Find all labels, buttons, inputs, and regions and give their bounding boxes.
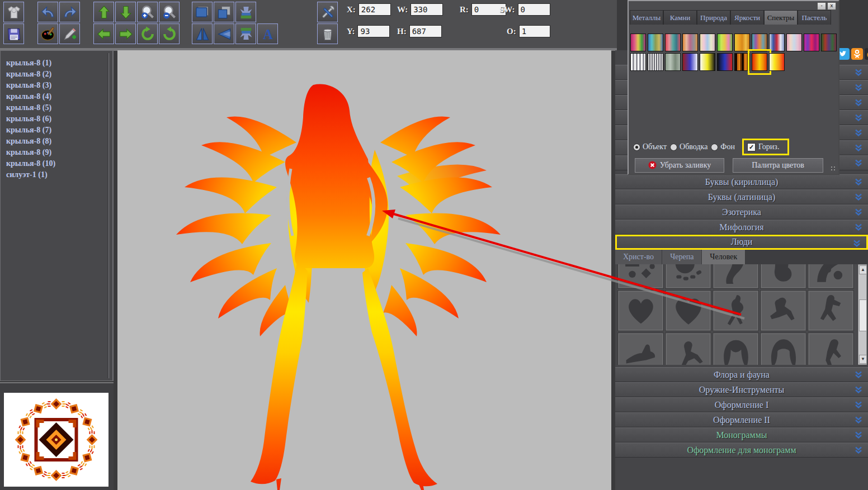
- gradient-swatch[interactable]: [821, 34, 837, 51]
- layers-scrollbar[interactable]: [107, 53, 110, 378]
- palette-tab-пастель[interactable]: Пастель: [798, 10, 831, 25]
- copy-layers-button[interactable]: [214, 2, 234, 22]
- thumbnail-heart-2[interactable]: [665, 290, 711, 331]
- minimize-button[interactable]: -: [817, 2, 826, 10]
- statue-button[interactable]: [235, 2, 256, 22]
- palette-button[interactable]: [37, 23, 58, 44]
- accordion-row-люди[interactable]: Люди: [615, 235, 868, 250]
- o-input[interactable]: [519, 25, 550, 37]
- thumbnail-leg-silhouette[interactable]: [713, 264, 759, 289]
- thumbnail-hair-wig-2[interactable]: [760, 332, 806, 365]
- rotate-cw-button[interactable]: [159, 23, 180, 44]
- selected-gradient-swatch[interactable]: [752, 53, 767, 71]
- h-input[interactable]: [409, 25, 442, 37]
- radio-option-объект[interactable]: Объект: [633, 142, 667, 151]
- statue-flipped-button[interactable]: [235, 23, 256, 44]
- thumbnail-hair-wig[interactable]: [713, 332, 759, 365]
- layer-item[interactable]: крылья-8 (1): [6, 58, 112, 69]
- mirror-horizontal-button[interactable]: [214, 23, 234, 44]
- tools-button[interactable]: [317, 2, 338, 22]
- layer-item[interactable]: крылья-8 (8): [6, 136, 112, 147]
- gradient-swatch[interactable]: [700, 53, 715, 71]
- palette-tab-спектры[interactable]: Спектры: [764, 10, 798, 25]
- close-button[interactable]: x: [827, 2, 836, 10]
- layer-item[interactable]: крылья-8 (4): [6, 91, 112, 102]
- redo-button[interactable]: [59, 2, 80, 22]
- radio-option-фон[interactable]: Фон: [711, 142, 735, 151]
- accordion-row-оформление-для-монограмм[interactable]: Оформление для монограмм: [615, 443, 868, 458]
- radio-selected[interactable]: [633, 144, 640, 151]
- y-input[interactable]: [357, 25, 390, 37]
- subtab-черепа[interactable]: Черепа: [662, 250, 702, 264]
- accordion-row-оформление-i[interactable]: Оформление I: [615, 397, 868, 412]
- radio-unselected[interactable]: [670, 144, 677, 151]
- accordion-row-оружие-инструменты[interactable]: Оружие-Инструменты: [615, 382, 868, 397]
- radio-unselected[interactable]: [711, 144, 718, 151]
- zoom-in-button[interactable]: [137, 2, 158, 22]
- w-input[interactable]: [411, 3, 443, 16]
- thumbnail-woman-standing[interactable]: [713, 290, 759, 331]
- flame-woman-silhouette[interactable]: [117, 50, 611, 490]
- rotate-ccw-button[interactable]: [137, 23, 158, 44]
- gradient-swatch[interactable]: [717, 34, 733, 51]
- accordion-row-эзотерика[interactable]: Эзотерика: [615, 204, 868, 220]
- mailru-icon[interactable]: @: [865, 48, 868, 60]
- arrow-up-button[interactable]: [93, 2, 114, 22]
- layer-item[interactable]: крылья-8 (5): [6, 102, 112, 113]
- accordion-row-буквы-кириллица-[interactable]: Буквы (кириллица): [615, 174, 868, 189]
- arrow-right-button[interactable]: [115, 23, 136, 44]
- thumbnail-ornament-lace-2[interactable]: [808, 264, 854, 289]
- radio-option-обводка[interactable]: Обводка: [670, 142, 707, 151]
- thumbnail-scrollbar[interactable]: ▲ ▼: [858, 264, 867, 365]
- gradient-swatch[interactable]: [682, 34, 698, 51]
- layer-item[interactable]: крылья-8 (7): [6, 125, 112, 136]
- thumbnail-woman-sitting[interactable]: [760, 290, 806, 331]
- gradient-swatch[interactable]: [682, 53, 698, 71]
- gradient-swatch[interactable]: [648, 34, 663, 51]
- tshirt-button[interactable]: [3, 2, 24, 22]
- scroll-up-arrow[interactable]: ▲: [859, 265, 867, 274]
- save-button[interactable]: [3, 23, 24, 44]
- remove-fill-button[interactable]: Убрать заливку: [635, 158, 724, 173]
- scroll-down-arrow[interactable]: ▼: [859, 355, 867, 364]
- palette-tab-природа[interactable]: Природа: [697, 10, 730, 25]
- layer-item[interactable]: крылья-8 (2): [6, 69, 112, 80]
- gradient-swatch[interactable]: [804, 34, 819, 51]
- layer-item[interactable]: крылья-8 (9): [6, 147, 112, 158]
- layer-item[interactable]: крылья-8 (10): [6, 158, 112, 169]
- gradient-swatch[interactable]: [648, 53, 663, 71]
- thumbnail-ornament-lace[interactable]: [617, 264, 664, 289]
- palette-tab-металлы[interactable]: Металлы: [630, 10, 663, 25]
- layer-item[interactable]: крылья-8 (6): [6, 113, 112, 125]
- thumbnail-heart[interactable]: [617, 290, 664, 331]
- color-palette-button[interactable]: Палитра цветов: [733, 158, 823, 173]
- subtab-человек[interactable]: Человек: [702, 250, 746, 264]
- accordion-row-монограммы[interactable]: Монограммы: [615, 427, 868, 443]
- gradient-swatch[interactable]: [665, 53, 681, 71]
- subtab-христ-во[interactable]: Христ-во: [615, 250, 662, 264]
- twitter-icon[interactable]: [838, 48, 850, 60]
- thumbnail-foot-silhouette[interactable]: [760, 264, 806, 289]
- odnoklassniki-icon[interactable]: [851, 48, 863, 60]
- zoom-out-button[interactable]: [159, 2, 180, 22]
- ornament-preview[interactable]: [4, 393, 108, 487]
- trash-button[interactable]: [317, 23, 338, 44]
- gradient-swatch[interactable]: [717, 53, 733, 71]
- gradient-swatch[interactable]: [630, 34, 646, 51]
- gradient-swatch[interactable]: [769, 53, 785, 71]
- gradient-swatch[interactable]: [734, 34, 750, 51]
- edit-add-button[interactable]: [59, 23, 80, 44]
- gradient-swatch[interactable]: [786, 34, 802, 51]
- gradient-swatch[interactable]: [769, 34, 785, 51]
- palette-tab-яркости[interactable]: Яркости: [730, 10, 764, 25]
- thumbnail-woman-posing[interactable]: [665, 332, 711, 365]
- letter-a-button[interactable]: A: [257, 23, 278, 44]
- accordion-row-флора-и-фауна[interactable]: Флора и фауна: [615, 367, 868, 382]
- thumbnail-woman-dancer[interactable]: [808, 290, 854, 331]
- gradient-swatch[interactable]: [665, 34, 681, 51]
- canvas[interactable]: [117, 50, 611, 490]
- arrow-down-button[interactable]: [115, 2, 136, 22]
- layer-item[interactable]: крылья-8 (3): [6, 80, 112, 91]
- accordion-row-оформление-ii[interactable]: Оформление II: [615, 412, 868, 427]
- mirror-vertical-button[interactable]: [192, 23, 213, 44]
